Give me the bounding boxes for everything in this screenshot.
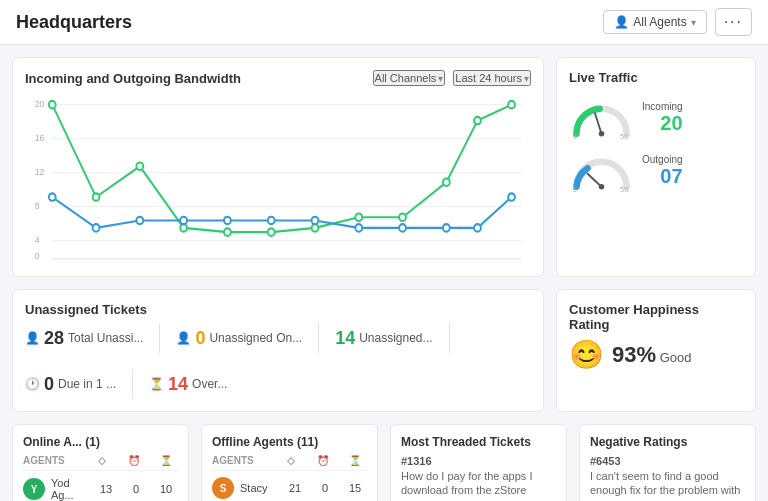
unassigned-online-stat: 👤 0 Unassigned On... <box>176 328 302 349</box>
person-icon: 👤 <box>176 331 191 345</box>
overdue-stat: ⏳ 14 Over... <box>149 374 227 395</box>
svg-point-12 <box>49 101 56 108</box>
svg-point-21 <box>443 178 450 185</box>
agent-c3: 15 <box>343 482 367 494</box>
negative-ratings-title: Negative Ratings <box>590 435 745 449</box>
ticket-item: #1316 How do I pay for the apps I downlo… <box>401 455 556 498</box>
ticket-text: How do I pay for the apps I download fro… <box>401 469 556 498</box>
svg-text:16: 16 <box>35 132 45 142</box>
online-agents-headers: AGENTS ◇ ⏰ ⏳ <box>23 455 178 471</box>
diamond-col-header: ◇ <box>279 455 303 466</box>
agent-name: Stacy <box>240 482 277 494</box>
happiness-rating: 93% Good <box>612 342 691 368</box>
agent-c2: 0 <box>124 483 148 495</box>
avatar: S <box>212 477 234 499</box>
agent-row: S Stacy 21 0 15 <box>212 477 367 499</box>
total-unassigned-stat: 👤 28 Total Unassi... <box>25 328 143 349</box>
agent-row: Y Yod Ag... 13 0 10 <box>23 477 178 501</box>
svg-point-24 <box>49 193 56 200</box>
chevron-down-icon: ▾ <box>691 17 696 28</box>
svg-point-18 <box>312 224 319 231</box>
outgoing-value-section: Outgoing 07 <box>642 154 683 188</box>
agent-c3: 10 <box>154 483 178 495</box>
happiness-content: 😊 93% Good <box>569 338 743 371</box>
clock-col-header: ⏰ <box>311 455 335 466</box>
total-count: 28 <box>44 328 64 349</box>
svg-point-32 <box>399 224 406 231</box>
happiness-label: Good <box>660 350 692 365</box>
incoming-gauge: 0 50 <box>569 95 634 140</box>
online-label: Unassigned On... <box>209 331 302 345</box>
svg-text:20: 20 <box>35 98 45 108</box>
outgoing-gauge-row: 0 50 Outgoing 07 <box>569 148 743 193</box>
agents-btn-label: All Agents <box>633 15 686 29</box>
ticket-id: #6453 <box>590 455 745 467</box>
svg-point-27 <box>180 217 187 224</box>
svg-point-26 <box>136 217 143 224</box>
unassigned-stat: 14 Unassigned... <box>335 328 432 349</box>
page-header: Headquarters 👤 All Agents ▾ ··· <box>0 0 768 45</box>
incoming-value-section: Incoming 20 <box>642 101 683 135</box>
divider <box>318 323 319 353</box>
happiness-percentage: 93% <box>612 342 656 367</box>
negative-ratings-card: Negative Ratings #6453 I can't seem to f… <box>579 424 756 501</box>
overdue-label: Over... <box>192 377 227 391</box>
svg-text:0: 0 <box>35 250 40 260</box>
svg-line-52 <box>588 174 602 187</box>
agent-name: Yod Ag... <box>51 477 88 501</box>
svg-text:4: 4 <box>35 234 40 244</box>
unassigned-count: 14 <box>335 328 355 349</box>
happiness-title: Customer Happiness Rating <box>569 302 743 332</box>
all-agents-button[interactable]: 👤 All Agents ▾ <box>603 10 706 34</box>
chevron-down-icon: ▾ <box>438 73 443 84</box>
svg-point-49 <box>599 131 605 137</box>
channels-label: All Channels <box>375 72 437 84</box>
svg-point-35 <box>508 193 515 200</box>
bottom-row: Online A... (1) AGENTS ◇ ⏰ ⏳ Y Yod Ag...… <box>12 424 756 501</box>
person-icon: 👤 <box>25 331 40 345</box>
svg-point-31 <box>355 224 362 231</box>
due-label: Due in 1 ... <box>58 377 116 391</box>
time-filter[interactable]: Last 24 hours ▾ <box>453 70 531 86</box>
svg-line-48 <box>595 113 602 133</box>
svg-point-13 <box>93 193 100 200</box>
svg-point-53 <box>599 184 605 190</box>
svg-point-25 <box>93 224 100 231</box>
svg-text:12: 12 <box>35 166 45 176</box>
outgoing-value: 07 <box>642 165 683 188</box>
clock-col-header: ⏰ <box>122 455 146 466</box>
due-count: 0 <box>44 374 54 395</box>
due-stat: 🕐 0 Due in 1 ... <box>25 374 116 395</box>
svg-point-16 <box>224 228 231 235</box>
smiley-icon: 😊 <box>569 338 604 371</box>
hourglass-col-header: ⏳ <box>154 455 178 466</box>
online-agents-title: Online A... (1) <box>23 435 178 449</box>
svg-point-28 <box>224 217 231 224</box>
dashboard: Incoming and Outgoing Bandwidth All Chan… <box>0 45 768 501</box>
live-traffic-title: Live Traffic <box>569 70 743 85</box>
svg-text:8: 8 <box>35 200 40 210</box>
offline-agents-card: Offline Agents (11) AGENTS ◇ ⏰ ⏳ S Stacy… <box>201 424 378 501</box>
bandwidth-title: Incoming and Outgoing Bandwidth <box>25 71 241 86</box>
person-icon: 👤 <box>614 15 629 29</box>
diamond-col-header: ◇ <box>90 455 114 466</box>
live-traffic-card: Live Traffic 0 50 Incoming 20 <box>556 57 756 277</box>
clock-icon: 🕐 <box>25 377 40 391</box>
total-label: Total Unassi... <box>68 331 143 345</box>
ticket-text: I can't seem to find a good enough fix f… <box>590 469 745 501</box>
happiness-card: Customer Happiness Rating 😊 93% Good <box>556 289 756 412</box>
hourglass-icon: ⏳ <box>149 377 164 391</box>
svg-point-23 <box>508 101 515 108</box>
threaded-tickets-title: Most Threaded Tickets <box>401 435 556 449</box>
divider <box>132 369 133 399</box>
svg-point-20 <box>399 214 406 221</box>
incoming-gauge-row: 0 50 Incoming 20 <box>569 95 743 140</box>
hourglass-col-header: ⏳ <box>343 455 367 466</box>
svg-text:50: 50 <box>620 185 628 193</box>
unassigned-title: Unassigned Tickets <box>25 302 531 317</box>
more-options-button[interactable]: ··· <box>715 8 752 36</box>
online-count: 0 <box>195 328 205 349</box>
channels-filter[interactable]: All Channels ▾ <box>373 70 446 86</box>
chart-svg: 20 16 12 8 4 0 <box>25 94 531 264</box>
header-actions: 👤 All Agents ▾ ··· <box>603 8 752 36</box>
